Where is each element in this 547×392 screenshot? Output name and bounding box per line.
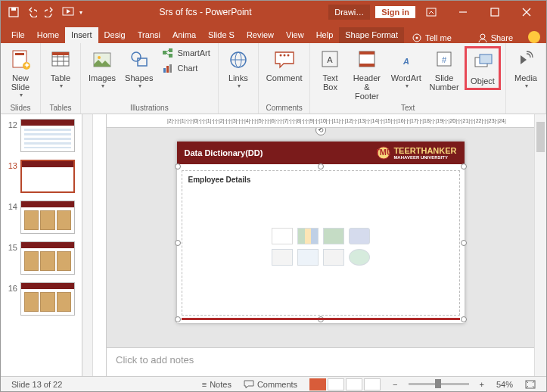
zoom-in-button[interactable]: + — [474, 380, 490, 389]
chart-button[interactable]: Chart — [159, 61, 213, 75]
thumb-15[interactable]: 15 — [1, 240, 82, 281]
slideshow-view-button[interactable] — [364, 378, 381, 390]
minimize-button[interactable] — [448, 1, 478, 23]
save-button[interactable] — [5, 4, 22, 20]
links-label: Links — [228, 73, 248, 82]
svg-rect-3 — [427, 8, 436, 16]
maximize-button[interactable] — [480, 1, 510, 23]
group-tables-label: Tables — [45, 102, 76, 112]
notes-toggle[interactable]: ≡ Notes — [196, 380, 238, 389]
ribbon: ✦ New Slide▾ Slides Table▾ Tables Images… — [1, 43, 546, 114]
smartart-label: SmartArt — [177, 48, 210, 58]
svg-rect-25 — [163, 51, 166, 54]
tab-file[interactable]: File — [5, 27, 31, 43]
textbox-button[interactable]: A Text Box — [315, 46, 345, 93]
new-slide-button[interactable]: ✦ New Slide▾ — [5, 46, 36, 100]
close-button[interactable] — [511, 1, 542, 23]
tell-me[interactable]: Tell me — [404, 33, 459, 43]
comment-label: Comment — [266, 73, 303, 82]
content-placeholder[interactable]: Employee Details — [182, 170, 460, 316]
svg-rect-12 — [15, 53, 24, 55]
tab-transitions[interactable]: Transi — [132, 27, 166, 43]
object-button-highlight: Object — [465, 46, 501, 90]
table-button[interactable]: Table▾ — [45, 46, 76, 91]
fit-to-window-button[interactable] — [519, 380, 542, 389]
vertical-ruler — [93, 114, 107, 376]
shapes-button[interactable]: Shapes▾ — [122, 46, 156, 91]
tab-slideshow[interactable]: Slide S — [202, 27, 241, 43]
share-button[interactable]: Share — [468, 33, 522, 43]
group-slides-label: Slides — [5, 102, 36, 112]
tab-review[interactable]: Review — [241, 27, 280, 43]
slide-number-button[interactable]: # Slide Number — [427, 46, 462, 93]
rotate-handle-icon[interactable]: ⟲ — [315, 128, 326, 135]
svg-rect-42 — [359, 51, 375, 54]
slide-counter[interactable]: Slide 13 of 22 — [5, 380, 68, 389]
group-media: Media▾ — [506, 43, 546, 114]
scrollbar-thumb[interactable] — [536, 122, 545, 152]
group-media-label — [511, 102, 541, 112]
table-label: Table — [51, 73, 70, 82]
smartart-button[interactable]: SmartArt — [159, 46, 213, 60]
group-comments-label: Comments — [263, 102, 306, 112]
tab-animations[interactable]: Anima — [166, 27, 202, 43]
zoom-slider[interactable] — [409, 383, 469, 385]
group-illustrations: Images▾ Shapes▾ SmartArt Chart Illustrat… — [81, 43, 219, 114]
svg-text:TMU: TMU — [377, 148, 390, 157]
chart-label: Chart — [177, 64, 197, 73]
zoom-level[interactable]: 54% — [490, 380, 519, 389]
slide-thumbnails[interactable]: 12 13 14 15 16 — [1, 114, 82, 376]
tab-design[interactable]: Desig — [98, 27, 132, 43]
content-placeholder-icons[interactable] — [272, 228, 370, 266]
feedback-smiley-icon[interactable] — [528, 31, 540, 43]
vertical-scrollbar[interactable] — [534, 114, 546, 376]
slide-editor[interactable]: Data Dictionary(DD) TMU TEERTHANKERMAHAV… — [107, 128, 534, 347]
svg-point-23 — [132, 52, 141, 61]
tab-shape-format[interactable]: Shape Format — [339, 27, 404, 43]
thumb-13[interactable]: 13 — [1, 158, 82, 199]
tab-home[interactable]: Home — [31, 27, 65, 43]
tab-insert[interactable]: Insert — [65, 27, 98, 43]
header-footer-button[interactable]: Header & Footer — [348, 46, 385, 102]
group-comments: Comment Comments — [259, 43, 311, 114]
wordart-button[interactable]: A WordArt▾ — [388, 46, 424, 91]
ribbon-tabs: File Home Insert Desig Transi Anima Slid… — [1, 23, 546, 43]
redo-button[interactable] — [42, 4, 58, 20]
thumb-16[interactable]: 16 — [1, 281, 82, 322]
zoom-slider-thumb[interactable] — [435, 379, 441, 388]
undo-button[interactable] — [23, 4, 40, 20]
reading-view-button[interactable] — [346, 378, 362, 390]
horizontal-ruler: |2|·|·|·|1|·|·|·|0|·|·|·|1|·|·|·|2|·|·|·… — [107, 114, 534, 128]
sorter-view-button[interactable] — [328, 378, 344, 390]
collapse-pane-handle[interactable] — [82, 114, 93, 376]
window-title: Srs of fcs - PowerPoint — [82, 7, 328, 17]
object-button[interactable]: Object — [468, 49, 498, 87]
tab-view[interactable]: View — [280, 27, 310, 43]
slide-bottom-accent — [182, 318, 460, 320]
svg-rect-27 — [169, 54, 172, 58]
links-button[interactable]: Links▾ — [223, 46, 253, 91]
normal-view-button[interactable] — [309, 378, 326, 390]
thumb-12[interactable]: 12 — [1, 117, 82, 158]
images-button[interactable]: Images▾ — [85, 46, 119, 91]
tab-help[interactable]: Help — [310, 27, 340, 43]
svg-rect-5 — [491, 8, 499, 16]
wordart-label: WordArt — [391, 73, 421, 82]
zoom-out-button[interactable]: − — [387, 380, 403, 389]
svg-rect-26 — [169, 48, 172, 52]
sign-in-button[interactable]: Sign in — [375, 5, 416, 19]
media-button[interactable]: Media▾ — [511, 46, 541, 91]
group-text: A Text Box Header & Footer A WordArt▾ # … — [310, 43, 506, 114]
comments-toggle[interactable]: Comments — [238, 380, 303, 389]
thumb-14[interactable]: 14 — [1, 199, 82, 240]
slide[interactable]: Data Dictionary(DD) TMU TEERTHANKERMAHAV… — [177, 142, 465, 323]
ribbon-options-button[interactable] — [416, 1, 446, 23]
share-label: Share — [491, 33, 513, 42]
svg-point-36 — [279, 54, 281, 57]
images-label: Images — [89, 73, 116, 82]
comment-button[interactable]: Comment — [263, 46, 306, 84]
notes-pane[interactable]: Click to add notes — [107, 347, 534, 376]
textbox-label: Text Box — [322, 73, 337, 92]
svg-rect-43 — [359, 64, 375, 67]
start-slideshow-button[interactable] — [60, 4, 76, 20]
